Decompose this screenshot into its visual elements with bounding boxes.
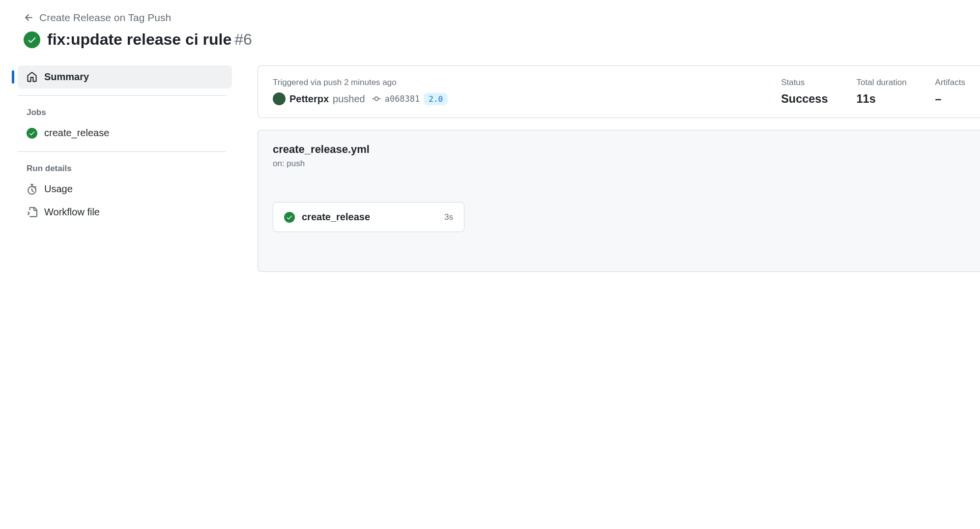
job-name: create_release xyxy=(302,211,437,223)
file-code-icon xyxy=(27,207,37,218)
duration-label: Total duration xyxy=(857,78,907,88)
avatar[interactable] xyxy=(273,92,286,105)
jobs-header: Jobs xyxy=(12,103,238,121)
status-value: Success xyxy=(781,92,828,106)
artifacts-label: Artifacts xyxy=(935,78,965,88)
summary-card: Triggered via push 2 minutes ago Petterp… xyxy=(258,65,980,118)
git-commit-icon xyxy=(372,94,381,103)
sidebar-item-summary[interactable]: Summary xyxy=(18,65,232,88)
sidebar-item-label: Summary xyxy=(44,71,89,83)
job-duration: 3s xyxy=(444,212,453,222)
divider xyxy=(18,151,226,152)
status-label: Status xyxy=(781,78,828,88)
check-circle-icon xyxy=(24,31,40,48)
actor-link[interactable]: Petterpx xyxy=(289,93,329,105)
sidebar-item-usage[interactable]: Usage xyxy=(18,177,232,201)
page-title: fix:update release ci rule#6 xyxy=(47,30,252,49)
duration-value: 11s xyxy=(857,92,907,106)
page-title-row: fix:update release ci rule#6 xyxy=(24,30,980,49)
job-card[interactable]: create_release 3s xyxy=(273,202,464,232)
workflow-graph-card: create_release.yml on: push create_relea… xyxy=(258,130,980,272)
back-arrow-icon[interactable] xyxy=(24,12,34,23)
check-circle-icon xyxy=(27,128,37,139)
artifacts-value: – xyxy=(935,92,965,106)
trigger-label: Triggered via push 2 minutes ago xyxy=(273,78,752,88)
workflow-file-name: create_release.yml xyxy=(273,143,965,156)
sidebar-item-label: Workflow file xyxy=(44,206,100,218)
run-number: #6 xyxy=(234,30,252,48)
sidebar-job-item[interactable]: create_release xyxy=(18,121,232,145)
sidebar: Summary Jobs create_release Run details … xyxy=(12,65,238,272)
main-content: Triggered via push 2 minutes ago Petterp… xyxy=(258,65,980,272)
divider xyxy=(18,95,226,96)
run-title: fix:update release ci rule xyxy=(47,30,231,48)
action-text: pushed xyxy=(333,93,365,105)
run-details-header: Run details xyxy=(12,159,238,177)
stopwatch-icon xyxy=(27,184,37,195)
workflow-trigger: on: push xyxy=(273,159,965,169)
check-circle-icon xyxy=(284,212,295,223)
sidebar-item-label: Usage xyxy=(44,183,73,195)
home-icon xyxy=(27,72,37,83)
sidebar-item-label: create_release xyxy=(44,127,109,139)
commit-sha-link[interactable]: a068381 xyxy=(385,94,420,104)
breadcrumb-workflow-link[interactable]: Create Release on Tag Push xyxy=(39,12,171,24)
ref-tag[interactable]: 2.0 xyxy=(424,93,448,105)
breadcrumb: Create Release on Tag Push xyxy=(24,12,980,24)
sidebar-item-workflow-file[interactable]: Workflow file xyxy=(18,201,232,224)
